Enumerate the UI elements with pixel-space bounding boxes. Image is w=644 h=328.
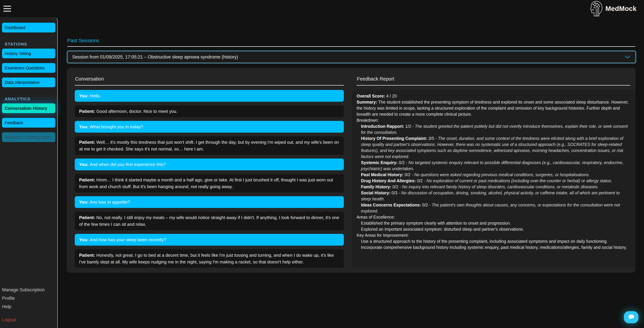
speech-bubble-icon [628,314,635,320]
title-divider [67,46,636,47]
breakdown-heading: Breakdown: [356,117,630,123]
excellence-heading: Areas of Excellence: [356,214,630,220]
breakdown-item: Social History: 0/3 - No discussion of o… [361,190,630,202]
feedback-divider [356,85,630,86]
brand-name: MedMock [605,5,636,13]
sidebar-item-feedback[interactable]: Feedback [2,118,55,128]
breakdown-item: Introduction Rapport: 1/2 - The student … [361,123,630,135]
excellence-item: Established the primary symptom clearly … [361,220,630,226]
sidebar-item-conversation-history[interactable]: Conversation History [2,103,55,113]
menu-icon[interactable] [3,5,11,13]
excellence-list: Established the primary symptom clearly … [356,220,630,232]
improvement-item: Incorporate comprehensive background his… [361,244,630,250]
medmock-logo-icon [590,1,603,17]
improvement-list: Use a structured approach to the history… [356,238,630,250]
main-content: Past Sessions Session from 01/09/2025, 1… [58,17,644,328]
session-select[interactable]: Session from 01/09/2025, 17:05:21 – Obst… [67,51,636,63]
top-bar: MedMock [0,0,644,17]
improvement-item: Use a structured approach to the history… [361,238,630,244]
logout-link[interactable]: Logout [2,317,55,322]
improvement-heading: Key Areas for Improvement: [356,232,630,238]
sidebar-section-stations: STATIONS [5,42,52,47]
sidebar-item-examiners-questions[interactable]: Examiners Questions [2,63,55,73]
breakdown-item: Ideas Concerns Expectations: 0/2 - The p… [361,202,630,214]
session-detail-card: Conversation You: Hello.Patient: Good af… [67,68,636,273]
brand: MedMock [590,1,636,17]
session-select-value: Session from 01/09/2025, 17:05:21 – Obst… [72,55,238,60]
breakdown-item: History Of Presenting Complaint: 3/5 - T… [361,135,630,160]
chat-message-you: You: And how has your sleep been recentl… [75,234,344,246]
chat-message-patient: Patient: Honestly, not great. I go to be… [75,249,344,268]
sidebar-item-data-interpretation[interactable]: Data Interpretation [2,78,55,87]
breakdown-item: Past Medical History: 0/2 - No questions… [361,172,630,178]
page-title: Past Sessions [67,38,99,43]
chat-message-you: You: Any loss in appetite? [75,196,344,208]
conversation-title: Conversation [75,76,344,82]
breakdown-item: Drug History And Allergies: 0/2 - No exp… [361,178,630,184]
feedback-panel: Feedback Report Overall Score: 4 / 20 Su… [356,76,630,268]
sidebar-item-dashboard[interactable]: Dashboard [2,23,55,33]
chat-message-you: You: Hello. [75,90,344,102]
message-list: You: Hello.Patient: Good afternoon, doct… [75,90,344,268]
profile-link[interactable]: Profile [2,296,55,301]
chat-message-patient: Patient: Good afternoon, doctor. Nice to… [75,105,344,117]
chat-message-you: You: What brought you in today? [75,121,344,133]
breakdown-item: Systemic Enquiry: 0/2 - No targeted syst… [361,160,630,172]
sidebar: Dashboard STATIONS History Taking Examin… [0,17,58,328]
conversation-panel: Conversation You: Hello.Patient: Good af… [75,76,344,268]
sidebar-footer: Manage Subscription Profile Help Logout [0,287,57,322]
conversation-divider [75,85,344,86]
sidebar-item-analytics-coming-soon[interactable]: Analytics - Coming Soon [2,132,55,142]
sidebar-item-history-taking[interactable]: History Taking [2,49,55,58]
overall-score: Overall Score: 4 / 20 [356,93,630,99]
chat-message-patient: Patient: No, not really. I still enjoy m… [75,212,344,230]
breakdown-item: Family History: 0/2 - No inquiry into re… [361,184,630,190]
chat-widget-button[interactable] [624,311,638,323]
chat-message-patient: Patient: Hmm… I think it started maybe a… [75,174,344,192]
help-link[interactable]: Help [2,304,55,309]
feedback-report-body: Overall Score: 4 / 20 Summary: The stude… [352,90,635,268]
excellence-item: Explored an important associated symptom… [361,226,630,232]
chat-message-you: You: And when did you first experience t… [75,159,344,170]
manage-subscription-link[interactable]: Manage Subscription [2,287,55,292]
sidebar-section-analytics: ANALYTICS [5,97,52,101]
summary: Summary: The student established the pre… [356,99,630,117]
breakdown-list: Introduction Rapport: 1/2 - The student … [356,123,630,214]
chat-message-patient: Patient: Well… it's mostly this tirednes… [75,136,344,155]
feedback-title: Feedback Report [357,76,630,82]
chevron-down-icon [625,55,630,59]
